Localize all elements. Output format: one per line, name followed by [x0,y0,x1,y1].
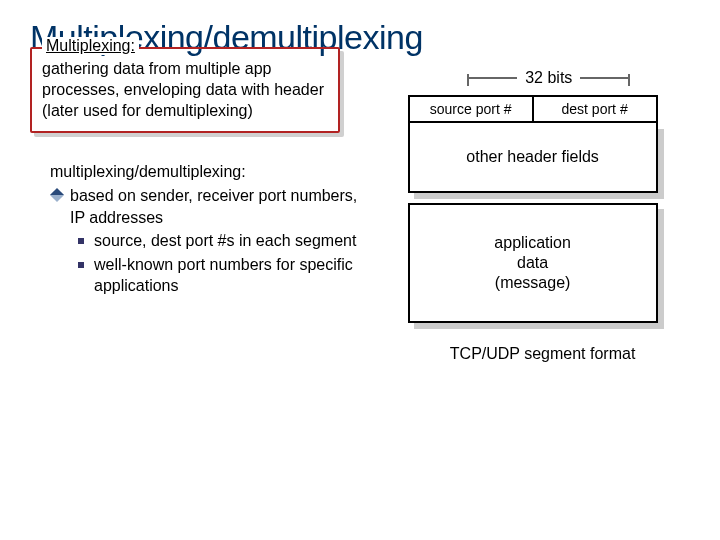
list-item: based on sender, receiver port numbers, … [52,185,358,228]
list-heading: multiplexing/demultiplexing: [50,161,358,183]
list-subitem-text: source, dest port #s in each segment [94,230,356,252]
figure-caption: TCP/UDP segment format [408,345,678,363]
data-payload-cell: application data (message) [408,203,658,323]
source-port-cell: source port # [408,95,534,123]
other-header-cell: other header fields [408,123,658,193]
port-row: source port # dest port # [408,95,658,123]
slide: Multiplexing/demultiplexing Multiplexing… [0,0,720,540]
list-subitem: well-known port numbers for specific app… [78,254,358,297]
dest-port-cell: dest port # [534,95,658,123]
multiplexing-body-text: gathering data from multiple app process… [42,59,328,121]
dimension-line-left [467,77,517,79]
bits-width-indicator: 32 bits [408,69,690,87]
bullet-list: multiplexing/demultiplexing: based on se… [50,161,358,297]
left-column: Multiplexing: gathering data from multip… [30,51,358,363]
square-bullet-icon [78,238,84,244]
square-bullet-icon [78,262,84,268]
bits-label: 32 bits [525,69,572,87]
dimension-line-right [580,77,630,79]
multiplexing-legend: Multiplexing: [42,37,139,55]
segment-figure: source port # dest port # other header f… [408,95,658,323]
data-payload-row: application data (message) [408,203,658,323]
list-subitem-text: well-known port numbers for specific app… [94,254,358,297]
list-item-text: based on sender, receiver port numbers, … [70,185,358,228]
right-column: 32 bits source port # dest port # other … [388,51,690,363]
list-level1: based on sender, receiver port numbers, … [50,185,358,297]
two-column-layout: Multiplexing: gathering data from multip… [30,51,690,363]
list-subitem: source, dest port #s in each segment [78,230,358,252]
diamond-bullet-icon [50,188,64,202]
other-header-row: other header fields [408,123,658,193]
list-level2: source, dest port #s in each segment wel… [78,230,358,297]
multiplexing-definition-box: Multiplexing: gathering data from multip… [30,47,340,133]
